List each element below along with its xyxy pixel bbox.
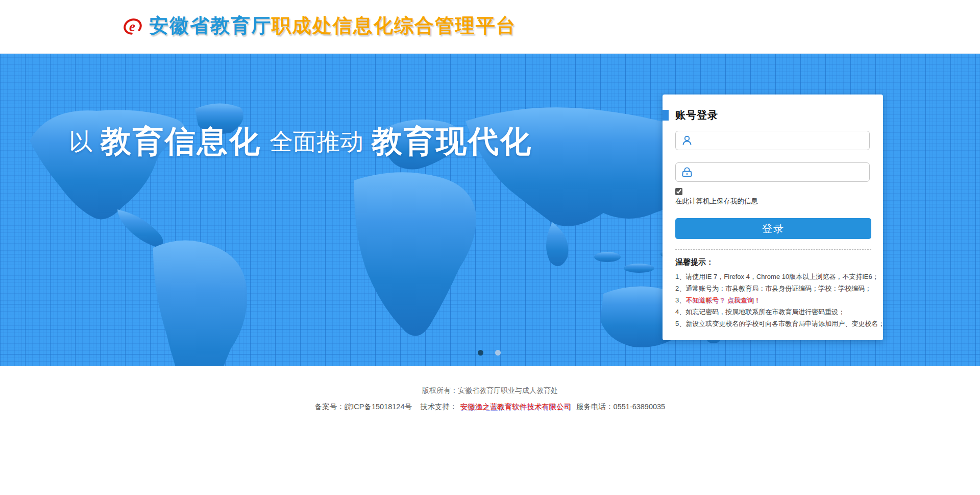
tech-support-company-link[interactable]: 安徽渔之蓝教育软件技术有限公司: [460, 403, 572, 411]
footer-info-line: 备案号：皖ICP备15018124号 技术支持：安徽渔之蓝教育软件技术有限公司 …: [0, 402, 980, 412]
tip-item-3: 3、不知道帐号？ 点我查询！: [675, 294, 875, 306]
account-query-link[interactable]: 不知道帐号？ 点我查询！: [685, 296, 761, 304]
tech-support-label: 技术支持：: [420, 403, 457, 411]
username-field-wrapper: [675, 131, 870, 150]
divider: [675, 249, 871, 250]
carousel-dots: [478, 350, 501, 356]
page: e 安徽省教育厅职成处信息化综合管理平台: [0, 0, 980, 495]
remember-label[interactable]: 在此计算机上保存我的信息: [675, 197, 758, 206]
login-button[interactable]: 登录: [675, 218, 871, 239]
slogan-part-3: 全面推动: [270, 126, 363, 158]
title-blue-part: 安徽省教育厅: [149, 15, 272, 36]
header: e 安徽省教育厅职成处信息化综合管理平台: [0, 0, 980, 54]
login-title: 账号登录: [675, 108, 718, 122]
icp-record: 备案号：皖ICP备15018124号: [315, 403, 412, 411]
svg-text:e: e: [129, 19, 135, 34]
brand: e 安徽省教育厅职成处信息化综合管理平台: [121, 12, 517, 39]
password-input[interactable]: [693, 163, 869, 181]
remember-checkbox[interactable]: [675, 188, 682, 195]
login-title-row: 账号登录: [663, 108, 718, 122]
tip-3-number: 3、: [675, 296, 685, 304]
page-title: 安徽省教育厅职成处信息化综合管理平台: [149, 13, 517, 39]
slogan-part-4: 教育现代化: [372, 121, 532, 162]
banner-slogan: 以 教育信息化 全面推动 教育现代化: [69, 121, 532, 162]
tip-item-4: 4、如忘记密码，按属地联系所在市教育局进行密码重设；: [675, 306, 875, 318]
carousel-dot-2[interactable]: [495, 350, 501, 356]
title-orange-part: 职成处信息化综合管理平台: [272, 15, 517, 36]
lock-icon: [681, 166, 693, 178]
copyright-text: 版权所有：安徽省教育厅职业与成人教育处: [0, 386, 980, 395]
password-field-wrapper: [675, 162, 870, 182]
service-phone: 服务电话：0551-63890035: [576, 403, 665, 411]
title-marker: [663, 110, 669, 121]
slogan-part-1: 以: [69, 126, 92, 158]
logo-e-swirl-icon: e: [121, 12, 144, 39]
remember-me: 在此计算机上保存我的信息: [675, 188, 758, 206]
tips-list: 1、请使用IE 7，Firefox 4，Chrome 10版本以上浏览器，不支持…: [675, 271, 875, 329]
login-panel: 账号登录 在此计算机上保存我的信息: [663, 95, 883, 340]
tip-item-2: 2、通常账号为：市县教育局：市县身份证编码；学校：学校编码；: [675, 282, 875, 294]
hero-banner: 以 教育信息化 全面推动 教育现代化 账号登录: [0, 54, 980, 366]
username-input[interactable]: [693, 132, 869, 149]
tips-title: 温馨提示：: [675, 257, 714, 267]
user-icon: [681, 134, 693, 147]
carousel-dot-1[interactable]: [478, 350, 483, 356]
tip-item-5: 5、新设立或变更校名的学校可向各市教育局申请添加用户、变更校名；: [675, 318, 875, 329]
footer: 版权所有：安徽省教育厅职业与成人教育处 备案号：皖ICP备15018124号 技…: [0, 366, 980, 412]
tip-item-1: 1、请使用IE 7，Firefox 4，Chrome 10版本以上浏览器，不支持…: [675, 271, 875, 282]
slogan-part-2: 教育信息化: [101, 121, 261, 162]
